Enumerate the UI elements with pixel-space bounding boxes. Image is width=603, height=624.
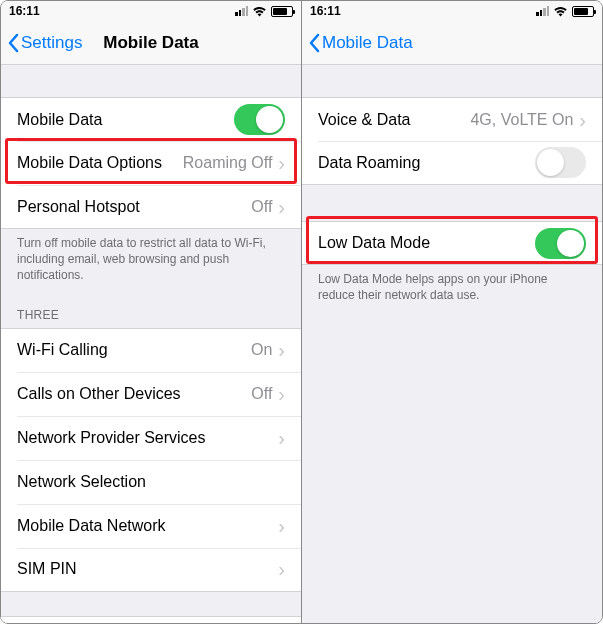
row-label: Wi-Fi Calling xyxy=(17,341,251,359)
row-value: Off xyxy=(251,198,272,216)
toggle-mobile-data[interactable] xyxy=(234,104,285,135)
content-scroll[interactable]: Mobile Data Mobile Data Options Roaming … xyxy=(1,65,301,623)
toggle-low-data-mode[interactable] xyxy=(535,228,586,259)
row-label: Network Selection xyxy=(17,473,285,491)
back-label: Mobile Data xyxy=(322,33,413,53)
row-calls-other-devices[interactable]: Calls on Other Devices Off › xyxy=(1,372,301,416)
row-wifi-calling[interactable]: Wi-Fi Calling On › xyxy=(1,328,301,372)
back-button[interactable]: Mobile Data xyxy=(308,33,413,53)
row-low-data-mode[interactable]: Low Data Mode xyxy=(302,221,602,265)
chevron-right-icon: › xyxy=(276,153,285,173)
row-sim-pin[interactable]: SIM PIN › xyxy=(1,548,301,592)
row-add-data-plan[interactable]: Add Data Plan xyxy=(1,616,301,623)
phone-left: 16:11 Settings Mobile Data Mobile Data M… xyxy=(1,1,301,623)
back-button[interactable]: Settings xyxy=(7,33,82,53)
footer-text: Turn off mobile data to restrict all dat… xyxy=(1,229,301,292)
row-label: Low Data Mode xyxy=(318,234,535,252)
chevron-left-icon xyxy=(7,33,19,53)
phone-right: 16:11 Mobile Data Voice & Data 4G, VoLTE… xyxy=(301,1,602,623)
chevron-right-icon: › xyxy=(577,110,586,130)
row-personal-hotspot[interactable]: Personal Hotspot Off › xyxy=(1,185,301,229)
chevron-right-icon: › xyxy=(276,197,285,217)
chevron-right-icon: › xyxy=(276,428,285,448)
content-scroll[interactable]: Voice & Data 4G, VoLTE On › Data Roaming… xyxy=(302,65,602,623)
row-value: On xyxy=(251,341,272,359)
nav-bar: Mobile Data xyxy=(302,21,602,65)
row-label: SIM PIN xyxy=(17,560,276,578)
row-label: Data Roaming xyxy=(318,154,535,172)
row-value: Off xyxy=(251,385,272,403)
signal-icon xyxy=(235,6,248,16)
status-time: 16:11 xyxy=(310,4,341,18)
row-label: Network Provider Services xyxy=(17,429,276,447)
footer-text: Low Data Mode helps apps on your iPhone … xyxy=(302,265,602,311)
row-network-selection[interactable]: Network Selection xyxy=(1,460,301,504)
row-value: Roaming Off xyxy=(183,154,273,172)
row-mobile-data-options[interactable]: Mobile Data Options Roaming Off › xyxy=(1,141,301,185)
status-time: 16:11 xyxy=(9,4,40,18)
row-mobile-data-network[interactable]: Mobile Data Network › xyxy=(1,504,301,548)
row-mobile-data[interactable]: Mobile Data xyxy=(1,97,301,141)
signal-icon xyxy=(536,6,549,16)
row-data-roaming[interactable]: Data Roaming xyxy=(302,141,602,185)
row-label: Mobile Data xyxy=(17,111,234,129)
wifi-icon xyxy=(553,6,568,17)
status-bar: 16:11 xyxy=(1,1,301,21)
battery-icon xyxy=(271,6,293,17)
back-label: Settings xyxy=(21,33,82,53)
row-label: Voice & Data xyxy=(318,111,470,129)
status-bar: 16:11 xyxy=(302,1,602,21)
row-label: Mobile Data Options xyxy=(17,154,183,172)
wifi-icon xyxy=(252,6,267,17)
chevron-left-icon xyxy=(308,33,320,53)
chevron-right-icon: › xyxy=(276,559,285,579)
toggle-data-roaming[interactable] xyxy=(535,147,586,178)
chevron-right-icon: › xyxy=(276,384,285,404)
row-network-provider[interactable]: Network Provider Services › xyxy=(1,416,301,460)
battery-icon xyxy=(572,6,594,17)
status-icons xyxy=(536,6,594,17)
row-label: Personal Hotspot xyxy=(17,198,251,216)
row-voice-data[interactable]: Voice & Data 4G, VoLTE On › xyxy=(302,97,602,141)
group-header-three: THREE xyxy=(1,292,301,328)
row-value: 4G, VoLTE On xyxy=(470,111,573,129)
row-label: Calls on Other Devices xyxy=(17,385,251,403)
nav-bar: Settings Mobile Data xyxy=(1,21,301,65)
chevron-right-icon: › xyxy=(276,516,285,536)
chevron-right-icon: › xyxy=(276,340,285,360)
row-label: Mobile Data Network xyxy=(17,517,276,535)
status-icons xyxy=(235,6,293,17)
